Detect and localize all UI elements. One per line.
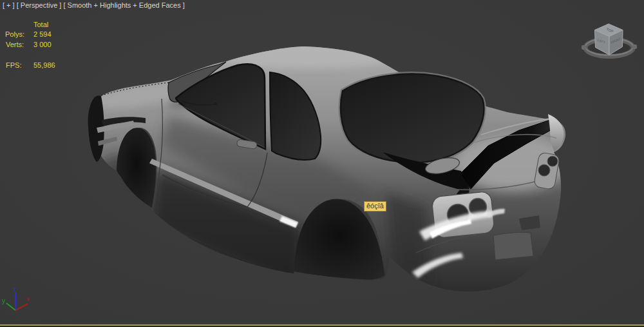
license-recess — [493, 232, 533, 260]
axis-y-label: y — [2, 297, 5, 304]
viewcube-ring-nub-left[interactable] — [582, 45, 586, 50]
axis-z-label: z — [13, 286, 16, 293]
axis-y-line — [6, 303, 15, 310]
axis-x-label: x — [26, 295, 30, 302]
stats-fps-label: FPS: — [6, 61, 21, 69]
axis-tripod: z y x — [2, 286, 30, 310]
viewport-shading-label[interactable]: [ + ] [ Perspective ] [ Smooth + Highlig… — [3, 1, 185, 10]
viewport-perspective[interactable]: TOP LEFT FRONT z y x [ + ] [ Perspective… — [0, 0, 644, 327]
stats-polys-label: Polys: — [5, 30, 24, 38]
rear-window-glass — [341, 74, 484, 163]
tail-light-inner-far — [547, 156, 558, 166]
scene-canvas[interactable]: TOP LEFT FRONT z y x — [0, 0, 644, 327]
stats-polys-value: 2 594 — [33, 30, 52, 38]
object-name-tooltip: êóçîâ — [364, 201, 386, 212]
car-body-mesh[interactable] — [86, 43, 571, 292]
stats-verts-label: Verts: — [6, 41, 24, 48]
stats-verts-value: 3 000 — [33, 41, 52, 48]
viewcube[interactable]: TOP LEFT FRONT — [582, 24, 637, 57]
stats-total-header: Total — [33, 21, 48, 28]
tail-light-outer-far — [538, 164, 550, 176]
stats-fps-value: 55,986 — [33, 61, 55, 69]
viewcube-ring-nub-right[interactable] — [632, 45, 637, 49]
wiper-pivot — [214, 103, 217, 105]
axis-x-line — [15, 304, 28, 310]
